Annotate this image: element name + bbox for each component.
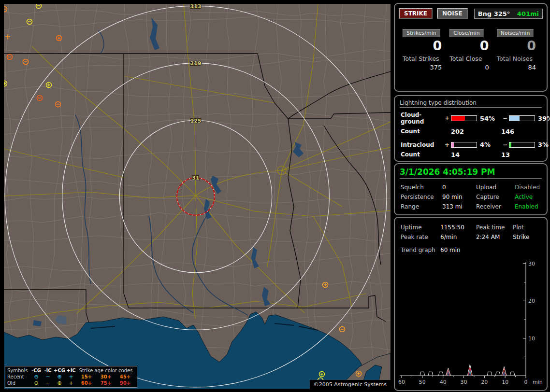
close-counter: Close/min 0 Total Close 0 [449,28,493,71]
trend-panel: Uptime 1155:50 Peak time Plot Peak rate … [394,217,548,391]
svg-text:40: 40 [440,379,447,385]
cg-neg-percent: 39% [536,115,550,122]
strikes-per-min-value: 0 [403,38,447,53]
counters-panel: STRIKE NOISE Bng 325° 401mi Strikes/min … [394,3,548,92]
bearing-distance: 401mi [517,10,539,17]
svg-text:31: 31 [192,175,199,181]
minus-sign: − [501,115,509,122]
age-75-label: 75+ [96,380,116,386]
peak-rate-value: 6/min [440,232,476,242]
peak-rate-label: Peak rate [401,232,440,242]
ic-pos-recent-icon: + [65,374,77,380]
ic-count-label: Count [401,151,443,158]
svg-text:50: 50 [419,379,426,385]
strike-button[interactable]: STRIKE [399,8,433,19]
upload-status: Disabled [515,182,545,192]
svg-text:313: 313 [190,4,202,10]
cg-pos-old-icon: ⊕ [54,380,65,386]
close-per-min-button[interactable]: Close/min [449,29,483,37]
svg-text:30: 30 [461,379,467,385]
ic-neg-percent: 3% [536,141,549,148]
legend-symbols-label: Symbols [7,367,30,374]
svg-text:20: 20 [528,298,535,304]
uptime-value: 1155:50 [440,223,476,232]
age-60-label: 60+ [77,380,96,386]
cg-pos-percent: 54% [478,115,501,122]
strikes-counter: Strikes/min 0 Total Strikes 375 [403,28,447,71]
range-value: 313 mi [442,202,476,211]
legend-recent-label: Recent [7,374,30,380]
intracloud-label: Intracloud [401,141,443,148]
range-label: Range [401,202,442,211]
legend-old-label: Old [7,380,30,386]
plot-mode-value: Strike [513,232,545,242]
ic-pos-percent: 4% [478,141,501,148]
strike-legend: Symbols -CG -IC +CG +IC Strike age color… [5,366,137,388]
peak-time-label: Peak time [476,223,513,232]
cg-neg-bar [509,115,535,121]
svg-text:125: 125 [190,118,202,124]
svg-text:20: 20 [481,379,488,385]
legend-col-ic-neg: -IC [42,367,54,374]
upload-label: Upload [476,182,515,192]
cg-pos-recent-icon: ⊕ [54,374,65,380]
squelch-label: Squelch [401,182,442,192]
noise-button[interactable]: NOISE [437,8,468,19]
age-90-label: 90+ [116,380,135,386]
lightning-map: 31125219313 Symbols -CG -IC +CG +IC Stri… [4,4,391,389]
noises-counter: Noises/min 0 Total Noises 84 [497,28,541,71]
ic-pos-count: 14 [451,151,501,158]
svg-text:0: 0 [524,379,528,385]
svg-text:60: 60 [398,379,405,385]
cg-neg-count: 146 [501,128,550,135]
copyright-credit: ©2005 Astrogenic Systems [310,380,391,389]
ic-neg-bar [509,142,535,148]
ic-neg-count: 13 [501,151,550,158]
plus-sign: + [443,115,451,122]
cg-pos-bar [451,115,477,121]
uptime-label: Uptime [401,223,440,232]
squelch-value: 0 [442,182,476,192]
legend-age-title: Strike age color codes [77,367,135,374]
legend-col-ic-pos: +IC [65,367,77,374]
svg-text:10: 10 [502,379,508,385]
noises-per-min-value: 0 [497,38,541,53]
strikes-per-min-button[interactable]: Strikes/min [403,29,440,37]
trend-graph-label: Trend graph [401,247,440,253]
svg-text:min: min [533,379,543,385]
distribution-title: Lightning type distribution [400,99,542,108]
persistence-value: 90 min [442,192,476,202]
noises-per-min-button[interactable]: Noises/min [497,29,534,37]
cg-neg-old-icon: ⊖ [30,380,42,386]
total-strikes-label: Total Strikes [403,55,447,62]
age-30-label: 30+ [96,374,116,380]
legend-col-cg-pos: +CG [54,367,65,374]
minus-sign: − [501,141,509,148]
cg-pos-count: 202 [451,128,501,135]
persistence-label: Persistence [401,192,442,202]
ic-pos-old-icon: + [65,380,77,386]
ic-neg-old-icon: − [42,380,54,386]
distribution-panel: Lightning type distribution Cloud-ground… [394,95,548,162]
map-canvas: 31125219313 [4,4,391,389]
total-strikes-value: 375 [403,64,447,71]
age-45-label: 45+ [116,374,135,380]
age-15-label: 15+ [77,374,96,380]
receiver-status: Enabled [515,202,545,211]
plot-label: Plot [513,223,545,232]
svg-text:219: 219 [190,60,202,67]
svg-text:10: 10 [528,336,535,342]
plus-sign: + [443,141,451,148]
bearing-display: Bng 325° 401mi [474,9,543,19]
total-close-label: Total Close [449,55,493,62]
ic-pos-bar [451,142,477,148]
cg-count-label: Count [401,128,443,135]
bearing-value: Bng 325° [478,10,510,17]
capture-status: Active [515,192,545,202]
cloud-ground-label: Cloud-ground [401,112,443,125]
peak-time-value: 2:24 AM [476,232,513,242]
sidebar: STRIKE NOISE Bng 325° 401mi Strikes/min … [392,0,550,392]
total-noises-value: 84 [497,64,541,71]
capture-label: Capture [476,192,515,202]
close-per-min-value: 0 [449,38,493,53]
